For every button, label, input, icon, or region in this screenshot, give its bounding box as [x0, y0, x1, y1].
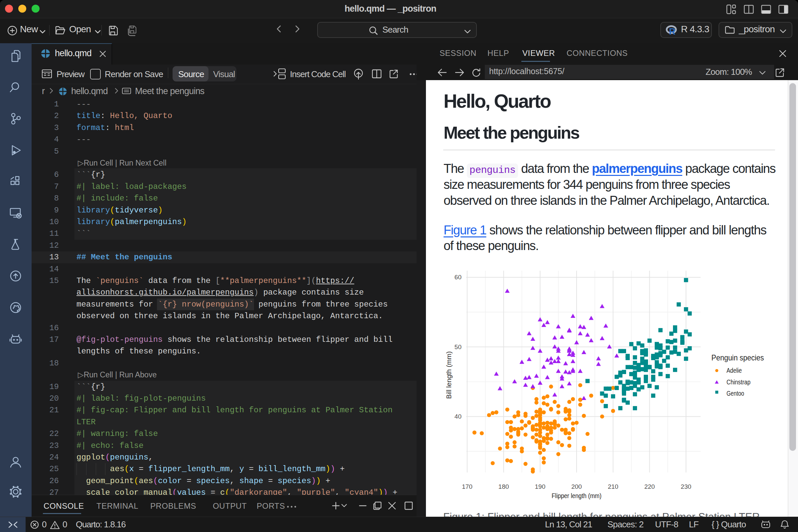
svg-text:190: 190	[535, 483, 546, 490]
svg-text:50: 50	[455, 343, 461, 350]
svg-text:Bill length (mm): Bill length (mm)	[445, 352, 453, 399]
svg-text:Adelie: Adelie	[726, 367, 742, 374]
svg-text:40: 40	[455, 413, 461, 420]
svg-text:Gentoo: Gentoo	[726, 390, 744, 397]
svg-text:170: 170	[462, 483, 473, 490]
svg-text:Penguin species: Penguin species	[711, 353, 764, 362]
svg-text:R: R	[669, 26, 676, 36]
svg-text:230: 230	[681, 483, 691, 490]
svg-text:60: 60	[455, 274, 461, 281]
svg-text:Chinstrap: Chinstrap	[726, 378, 750, 386]
svg-text:Flipper length (mm): Flipper length (mm)	[552, 492, 602, 499]
svg-text:180: 180	[498, 483, 509, 490]
svg-text:210: 210	[608, 483, 619, 490]
svg-text:220: 220	[644, 483, 655, 490]
svg-text:200: 200	[571, 483, 582, 490]
